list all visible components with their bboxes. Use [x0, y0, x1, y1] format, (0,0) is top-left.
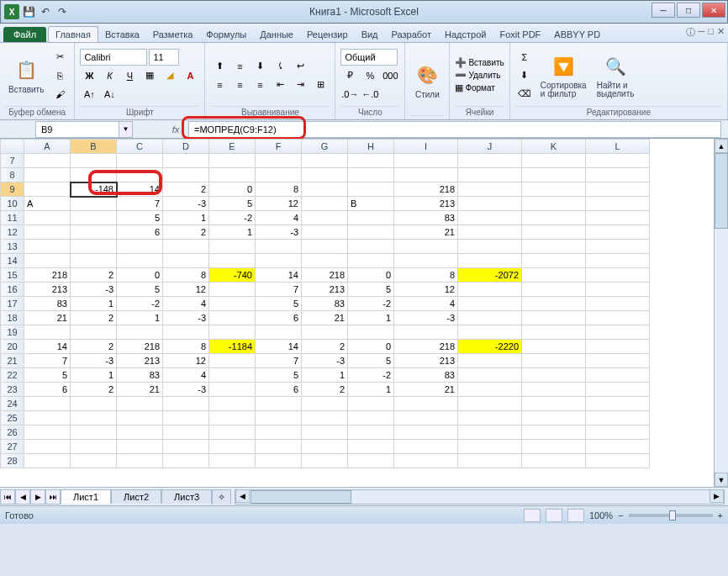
zoom-in-icon[interactable]: + [718, 510, 723, 521]
cell[interactable] [302, 425, 348, 440]
cell[interactable] [117, 254, 163, 268]
row-header[interactable]: 26 [1, 425, 24, 440]
cell[interactable] [522, 311, 586, 325]
column-header[interactable]: I [394, 140, 458, 154]
cell[interactable] [256, 425, 302, 440]
select-all-corner[interactable] [1, 140, 24, 154]
cell[interactable] [302, 325, 348, 340]
cell[interactable] [71, 197, 117, 211]
cell[interactable] [348, 211, 394, 225]
cell[interactable] [117, 240, 163, 254]
cell[interactable] [458, 283, 522, 297]
zoom-out-icon[interactable]: − [618, 510, 623, 521]
column-header[interactable]: L [586, 140, 650, 154]
cell[interactable] [256, 325, 302, 340]
cell[interactable] [586, 297, 650, 311]
cell[interactable]: 8 [256, 182, 302, 197]
tab-abbyy[interactable]: ABBYY PD [547, 27, 607, 42]
row-header[interactable]: 19 [1, 325, 24, 340]
cell[interactable] [586, 397, 650, 411]
cell[interactable] [71, 168, 117, 182]
cell[interactable] [522, 411, 586, 425]
cell[interactable] [117, 425, 163, 440]
row-header[interactable]: 21 [1, 354, 24, 368]
cell[interactable] [71, 411, 117, 425]
cell[interactable] [209, 254, 256, 268]
cell[interactable]: 4 [163, 368, 209, 383]
cell[interactable]: 14 [117, 182, 163, 197]
cell[interactable] [24, 254, 71, 268]
cell[interactable] [163, 154, 209, 168]
cell[interactable] [209, 354, 256, 368]
cell[interactable] [586, 354, 650, 368]
cell[interactable]: 83 [302, 297, 348, 311]
increase-font-icon[interactable]: A↑ [80, 86, 98, 103]
find-select-button[interactable]: 🔍 Найти и выделить [593, 51, 638, 100]
cell[interactable] [458, 440, 522, 454]
maximize-button[interactable]: □ [677, 3, 700, 18]
cell[interactable]: 83 [394, 211, 458, 225]
cell[interactable] [163, 440, 209, 454]
font-size-combo[interactable]: 11 [149, 49, 179, 66]
cell[interactable] [24, 325, 71, 340]
row-header[interactable]: 22 [1, 368, 24, 383]
format-cells-label[interactable]: Формат [465, 83, 495, 92]
cell[interactable] [302, 225, 348, 240]
cell[interactable]: 1 [209, 225, 256, 240]
cell[interactable]: 12 [394, 283, 458, 297]
page-layout-view-icon[interactable] [546, 509, 562, 522]
cell[interactable] [394, 254, 458, 268]
cell[interactable]: 12 [256, 197, 302, 211]
row-header[interactable]: 23 [1, 383, 24, 397]
cell[interactable] [586, 368, 650, 383]
increase-indent-icon[interactable]: ⇥ [291, 77, 309, 93]
cell[interactable] [522, 268, 586, 283]
column-header[interactable]: J [458, 140, 522, 154]
cell[interactable]: 6 [256, 311, 302, 325]
cell[interactable]: 6 [24, 383, 71, 397]
cell[interactable]: 0 [209, 182, 256, 197]
cell[interactable]: 2 [71, 311, 117, 325]
cell[interactable]: 2 [71, 383, 117, 397]
cell[interactable] [522, 225, 586, 240]
merge-cells-icon[interactable]: ⊞ [311, 77, 330, 93]
delete-cells-label[interactable]: Удалить [468, 71, 500, 80]
cell[interactable] [522, 440, 586, 454]
cell[interactable] [586, 268, 650, 283]
cell[interactable] [458, 240, 522, 254]
cell[interactable] [522, 283, 586, 297]
cell[interactable] [302, 182, 348, 197]
cell[interactable] [24, 211, 71, 225]
cell[interactable] [348, 325, 394, 340]
cell[interactable] [302, 211, 348, 225]
cell[interactable] [348, 440, 394, 454]
cell[interactable]: -2220 [458, 340, 522, 354]
cell[interactable]: 5 [24, 368, 71, 383]
cell[interactable]: 218 [394, 340, 458, 354]
file-tab[interactable]: Файл [3, 27, 46, 42]
cell[interactable] [117, 440, 163, 454]
cell[interactable] [163, 254, 209, 268]
cell[interactable] [586, 440, 650, 454]
cell[interactable] [394, 454, 458, 468]
cell[interactable]: B [348, 197, 394, 211]
new-sheet-button[interactable]: ✧ [212, 489, 231, 505]
cell[interactable]: 21 [117, 383, 163, 397]
cell[interactable] [458, 182, 522, 197]
sheet-tab-2[interactable]: Лист2 [111, 489, 161, 504]
cell[interactable] [302, 168, 348, 182]
cell[interactable] [394, 425, 458, 440]
cell[interactable] [256, 454, 302, 468]
tab-view[interactable]: Вид [355, 27, 385, 42]
cell[interactable] [586, 211, 650, 225]
ribbon-minimize-icon[interactable]: ⓘ [686, 26, 695, 39]
decrease-font-icon[interactable]: A↓ [100, 86, 119, 103]
decrease-decimal-icon[interactable]: ←.0 [361, 86, 379, 103]
cell[interactable] [394, 397, 458, 411]
cell[interactable] [24, 397, 71, 411]
cell[interactable]: 5 [256, 368, 302, 383]
cell[interactable]: 7 [117, 197, 163, 211]
copy-icon[interactable]: ⎘ [50, 67, 69, 84]
tab-insert[interactable]: Вставка [98, 27, 146, 42]
cell[interactable]: 218 [394, 182, 458, 197]
